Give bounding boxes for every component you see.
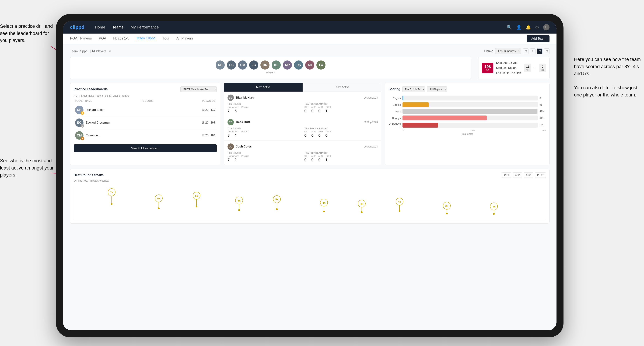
active-player-2-avatar: RB <box>228 119 234 125</box>
show-controls: Show: Last 3 months ⊞ ≡ ⊟ ⊞ <box>484 48 550 54</box>
active-player-1-header: BM Blair McHarg 26 Aug 2023 <box>228 95 378 101</box>
nav-bar: clippd Home Teams My Performance 🔍 👤 🔔 ⚙… <box>63 21 556 33</box>
player-item[interactable]: JC <box>249 60 258 70</box>
player-item[interactable]: BR <box>260 60 270 70</box>
leaderboard-row-3[interactable]: CM 3 Cameron... 17/20 103 <box>74 129 217 142</box>
bar-fill-birdies <box>402 102 428 107</box>
practice-activities-group-2: Total Practice Activities OTT APP ARG PU… <box>304 127 378 138</box>
putt-button[interactable]: PUTT <box>535 173 546 178</box>
sub-nav-team-clippd[interactable]: Team Clippd <box>136 36 156 41</box>
arg-button[interactable]: ARG <box>524 173 534 178</box>
practice-activities-group-3: Total Practice Activities OTT APP ARG PU… <box>304 152 378 162</box>
player-filter-select[interactable]: All Players <box>427 86 447 92</box>
show-period-select[interactable]: Last 3 months <box>495 48 521 54</box>
add-team-button[interactable]: Add Team <box>527 35 550 42</box>
shot-details: Shot Dist: 16 yds Start Lie: Rough End L… <box>496 60 522 75</box>
player-item[interactable]: AH <box>305 60 314 70</box>
nav-icons: 🔍 👤 🔔 ⚙ U <box>507 24 550 30</box>
most-active-tab[interactable]: Most Active <box>224 83 302 92</box>
app-button[interactable]: APP <box>513 173 522 178</box>
view-full-leaderboard-button[interactable]: View Full Leaderboard <box>74 144 217 152</box>
player-avatar-3[interactable]: CM <box>238 60 247 70</box>
lb-avatar-3: CM 3 <box>75 131 84 140</box>
view-icons: ⊞ ≡ ⊟ ⊞ <box>523 48 550 54</box>
player-item[interactable]: RB <box>216 60 225 70</box>
active-player-1: BM Blair McHarg 26 Aug 2023 Total Rounds… <box>224 92 381 116</box>
sub-nav-tour[interactable]: Tour <box>162 36 170 41</box>
leaderboard-headers: PLAYER NAME PB SCORE PB AVG SQ <box>74 100 217 102</box>
x-axis-labels: 0 200 400 <box>388 129 546 132</box>
player-avatar-6[interactable]: KL <box>272 60 281 70</box>
player-item[interactable]: MP <box>283 60 292 70</box>
player-avatar-4[interactable]: JC <box>249 60 258 70</box>
players-main-card: RB EC CM JC BR <box>70 57 471 79</box>
table-view-icon[interactable]: ⊞ <box>544 48 550 54</box>
least-active-tab[interactable]: Least Active <box>302 83 381 92</box>
active-player-2-stats: Total Rounds Tournament Practice 8 4 <box>228 127 378 138</box>
sub-nav-hcaps[interactable]: Hcaps 1-5 <box>113 36 129 41</box>
player-item[interactable]: CM <box>238 60 247 70</box>
player-item[interactable]: KL <box>272 60 281 70</box>
streak-chart: 7x 6x 6x 5x <box>74 185 546 220</box>
par-select[interactable]: Par 3, 4 & 5s <box>402 86 425 92</box>
player-item[interactable]: TW <box>316 60 326 70</box>
scoring-card: Scoring Par 3, 4 & 5s All Players Eagles <box>385 83 550 165</box>
nav-home[interactable]: Home <box>95 25 105 29</box>
grid-view-icon[interactable]: ⊞ <box>523 48 528 54</box>
practice-activities-group-1: Total Practice Activities OTT APP ARG PU… <box>304 103 378 113</box>
player-avatar-10[interactable]: TW <box>316 60 326 70</box>
lb-avatar-1: RB 1 <box>75 106 84 114</box>
nav-my-performance[interactable]: My Performance <box>130 25 159 29</box>
leaderboard-row-2[interactable]: EC 2 Edward Crossman 18/20 107 <box>74 116 217 129</box>
settings-icon[interactable]: ⚙ <box>535 25 539 30</box>
list-view-icon[interactable]: ≡ <box>530 48 536 54</box>
sub-nav-all-players[interactable]: All Players <box>176 36 193 41</box>
streak-bubble-3: 6x <box>193 192 200 207</box>
bar-fill-bogeys <box>402 116 487 120</box>
show-label: Show: <box>484 49 493 53</box>
player-avatar-2[interactable]: EC <box>227 60 236 70</box>
bell-icon[interactable]: 🔔 <box>526 25 531 30</box>
player-item[interactable]: EC <box>227 60 236 70</box>
player-avatar-8[interactable]: DS <box>294 60 303 70</box>
nav-teams[interactable]: Teams <box>112 25 124 29</box>
active-tabs: Most Active Least Active <box>224 83 381 92</box>
bar-container-doublebogeys <box>402 123 538 128</box>
total-rounds-group-3: Total Rounds Tournament Practice 7 2 <box>228 152 301 162</box>
player-item[interactable]: DS <box>294 60 303 70</box>
player-avatar-9[interactable]: AH <box>305 60 314 70</box>
streak-bubble-9: 3x <box>443 202 450 214</box>
streak-bubble-2: 6x <box>155 194 162 209</box>
streak-bubble-4: 5x <box>235 197 243 211</box>
player-avatar-5[interactable]: BR <box>260 60 270 70</box>
distance-2: 0 yds <box>539 64 546 72</box>
user-avatar[interactable]: U <box>543 24 550 30</box>
bar-container-bogeys <box>402 116 538 120</box>
sub-nav-pga[interactable]: PGA <box>99 36 106 41</box>
streaks-filter-buttons: OTT APP ARG PUTT <box>502 173 546 178</box>
drill-select[interactable]: PUTT Must Make Putt... <box>180 86 217 92</box>
ott-button[interactable]: OTT <box>502 173 511 178</box>
streaks-card: Best Round Streaks OTT APP ARG PUTT Off … <box>70 169 550 223</box>
users-icon[interactable]: 👤 <box>516 25 522 30</box>
streak-bubble-7: 4x <box>358 200 366 213</box>
bar-row-doublebogeys: D. Bogeys + 131 <box>388 122 546 128</box>
total-rounds-group-2: Total Rounds Tournament Practice 8 4 <box>228 127 301 138</box>
edit-icon[interactable]: ✏ <box>109 49 112 53</box>
app-logo: clippd <box>70 24 84 30</box>
active-player-3-avatar: JC <box>228 144 234 150</box>
bar-row-bogeys: Bogeys 311 <box>388 116 546 120</box>
practice-leaderboard-card: Practice Leaderboards PUTT Must Make Put… <box>70 83 220 165</box>
active-player-3: JC Josh Coles 26 Aug 2023 Total Rounds T… <box>224 141 381 165</box>
players-label: Players <box>76 71 466 74</box>
sub-nav-pgat[interactable]: PGAT Players <box>70 36 92 41</box>
search-icon[interactable]: 🔍 <box>507 25 512 30</box>
active-player-2-header: RB Rees Britt 02 Sep 2023 <box>228 119 378 125</box>
bar-row-pars: Pars 499 <box>388 109 546 114</box>
active-player-1-stats: Total Rounds Tournament Practice 7 6 <box>228 103 378 113</box>
leaderboard-row-1[interactable]: RB 1 Richard Butler 19/20 110 <box>74 104 217 116</box>
card-view-icon[interactable]: ⊟ <box>537 48 542 54</box>
player-avatar-1[interactable]: RB <box>216 60 225 70</box>
player-avatar-7[interactable]: MP <box>283 60 292 70</box>
leaderboard-card-header: Practice Leaderboards PUTT Must Make Put… <box>74 86 217 92</box>
